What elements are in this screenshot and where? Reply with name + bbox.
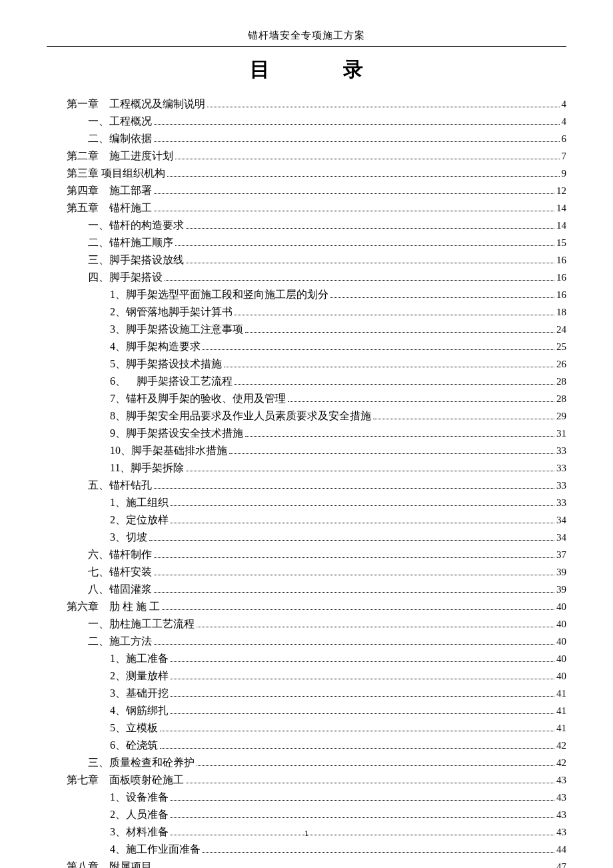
toc-entry-page: 6	[562, 131, 567, 147]
toc-leader-dots	[154, 141, 560, 142]
toc-entry-page: 40	[556, 633, 566, 650]
toc-entry[interactable]: 10、脚手架基础排水措施33	[47, 442, 566, 459]
toc-leader-dots	[160, 748, 554, 749]
toc-entry[interactable]: 七、锚杆安装39	[47, 563, 566, 581]
toc-entry-text: 二、锚杆施工顺序	[88, 234, 173, 251]
toc-entry-text: 第二章 施工进度计划	[67, 147, 173, 164]
toc-leader-dots	[171, 713, 554, 714]
toc-entry[interactable]: 1、脚手架选型平面施工段和竖向施工层的划分16	[47, 286, 566, 303]
toc-entry[interactable]: 三、质量检查和砼养护42	[47, 754, 566, 771]
toc-leader-dots	[160, 731, 554, 731]
toc-leader-dots	[186, 783, 554, 783]
toc-leader-dots	[154, 193, 554, 194]
toc-entry-page: 43	[556, 789, 566, 806]
toc-leader-dots	[171, 661, 554, 662]
toc-entry-page: 4	[562, 113, 567, 130]
toc-entry-text: 6、砼浇筑	[110, 737, 158, 753]
toc-entry-text: 4、施工作业面准备	[110, 841, 201, 857]
toc-entry[interactable]: 第四章 施工部署12	[47, 182, 566, 199]
toc-entry[interactable]: 8、脚手架安全用品要求及作业人员素质要求及安全措施29	[47, 407, 566, 425]
toc-entry-page: 14	[556, 217, 566, 234]
toc-entry[interactable]: 六、锚杆制作37	[47, 546, 566, 563]
toc-entry[interactable]: 第一章 工程概况及编制说明4	[47, 95, 566, 113]
toc-entry[interactable]: 3、基础开挖41	[47, 685, 566, 702]
toc-entry-page: 41	[556, 685, 566, 702]
toc-leader-dots	[171, 505, 554, 506]
toc-entry-page: 7	[562, 148, 567, 165]
toc-entry[interactable]: 7、锚杆及脚手架的验收、使用及管理28	[47, 390, 566, 407]
toc-entry-page: 34	[556, 512, 566, 529]
toc-entry-page: 4	[562, 96, 567, 113]
toc-leader-dots	[330, 297, 554, 298]
toc-entry-page: 29	[556, 408, 566, 425]
toc-entry-page: 43	[556, 772, 566, 789]
toc-entry[interactable]: 二、施工方法40	[47, 633, 566, 650]
toc-entry-text: 二、施工方法	[88, 633, 152, 649]
toc-leader-dots	[203, 349, 554, 350]
toc-leader-dots	[207, 107, 560, 107]
toc-entry[interactable]: 三、脚手架搭设放线16	[47, 251, 566, 269]
toc-entry-text: 二、编制依据	[88, 130, 152, 147]
toc-entry-page: 16	[556, 252, 566, 269]
toc-entry-page: 15	[556, 235, 566, 251]
toc-entry[interactable]: 第六章 肋 柱 施 工40	[47, 598, 566, 615]
toc-entry[interactable]: 二、锚杆施工顺序15	[47, 234, 566, 251]
toc-entry[interactable]: 二、编制依据6	[47, 130, 566, 147]
toc-entry[interactable]: 2、钢管落地脚手架计算书18	[47, 303, 566, 321]
toc-entry[interactable]: 第七章 面板喷射砼施工43	[47, 771, 566, 789]
toc-entry-text: 2、定位放样	[110, 511, 169, 528]
toc-entry[interactable]: 一、锚杆的构造要求14	[47, 217, 566, 234]
page-number: 1	[0, 828, 613, 839]
toc-entry[interactable]: 5、立模板41	[47, 719, 566, 737]
toc-entry[interactable]: 6、砼浇筑42	[47, 737, 566, 754]
toc-entry[interactable]: 9、脚手架搭设安全技术措施31	[47, 425, 566, 442]
toc-leader-dots	[229, 453, 554, 454]
toc-entry-text: 第三章 项目组织机构	[67, 165, 165, 181]
toc-entry[interactable]: 4、钢筋绑扎41	[47, 702, 566, 719]
toc-entry-text: 3、脚手架搭设施工注意事项	[110, 321, 243, 337]
toc-entry[interactable]: 5、脚手架搭设技术措施26	[47, 355, 566, 373]
toc-leader-dots	[197, 765, 554, 766]
toc-entry[interactable]: 一、工程概况4	[47, 113, 566, 130]
toc-entry[interactable]: 四、脚手架搭设16	[47, 269, 566, 286]
toc-entry[interactable]: 1、施工准备40	[47, 650, 566, 667]
toc-entry[interactable]: 1、设备准备43	[47, 789, 566, 806]
toc-entry-text: 七、锚杆安装	[88, 563, 152, 580]
toc-entry[interactable]: 第五章 锚杆施工14	[47, 199, 566, 217]
toc-entry[interactable]: 2、定位放样34	[47, 511, 566, 529]
toc-entry[interactable]: 第八章、附属项目47	[47, 858, 566, 868]
toc-leader-dots	[167, 176, 560, 177]
toc-entry-text: 6、 脚手架搭设工艺流程	[110, 373, 233, 389]
toc-entry[interactable]: 第二章 施工进度计划7	[47, 147, 566, 165]
toc-entry-page: 12	[556, 183, 566, 199]
toc-leader-dots	[154, 124, 560, 125]
toc-entry-text: 1、施工组织	[110, 494, 169, 511]
toc-entry-page: 43	[556, 807, 566, 823]
toc-entry-text: 2、测量放样	[110, 667, 169, 684]
toc-entry-text: 第四章 施工部署	[67, 182, 152, 199]
toc-entry[interactable]: 6、 脚手架搭设工艺流程28	[47, 373, 566, 390]
toc-heading: 目 录	[47, 56, 566, 83]
toc-entry[interactable]: 第三章 项目组织机构9	[47, 165, 566, 182]
toc-entry[interactable]: 1、施工组织33	[47, 494, 566, 511]
toc-entry-text: 八、锚固灌浆	[88, 581, 152, 597]
toc-entry-page: 28	[556, 391, 566, 407]
toc-entry-text: 5、脚手架搭设技术措施	[110, 355, 222, 372]
toc-entry[interactable]: 五、锚杆钻孔33	[47, 477, 566, 494]
toc-entry[interactable]: 2、人员准备43	[47, 806, 566, 823]
toc-entry-text: 1、设备准备	[110, 789, 169, 805]
toc-entry[interactable]: 4、施工作业面准备44	[47, 841, 566, 858]
toc-entry[interactable]: 4、脚手架构造要求25	[47, 338, 566, 355]
toc-leader-dots	[154, 575, 554, 575]
toc-entry-text: 五、锚杆钻孔	[88, 477, 152, 493]
toc-entry-page: 28	[556, 373, 566, 390]
toc-entry[interactable]: 八、锚固灌浆39	[47, 581, 566, 598]
toc-leader-dots	[171, 800, 554, 801]
toc-entry[interactable]: 3、切坡34	[47, 529, 566, 546]
toc-entry-page: 31	[556, 425, 566, 442]
toc-entry[interactable]: 11、脚手架拆除33	[47, 459, 566, 477]
toc-entry[interactable]: 一、肋柱施工工艺流程40	[47, 615, 566, 633]
toc-entry[interactable]: 2、测量放样40	[47, 667, 566, 685]
toc-leader-dots	[154, 488, 554, 489]
toc-entry[interactable]: 3、脚手架搭设施工注意事项24	[47, 321, 566, 338]
